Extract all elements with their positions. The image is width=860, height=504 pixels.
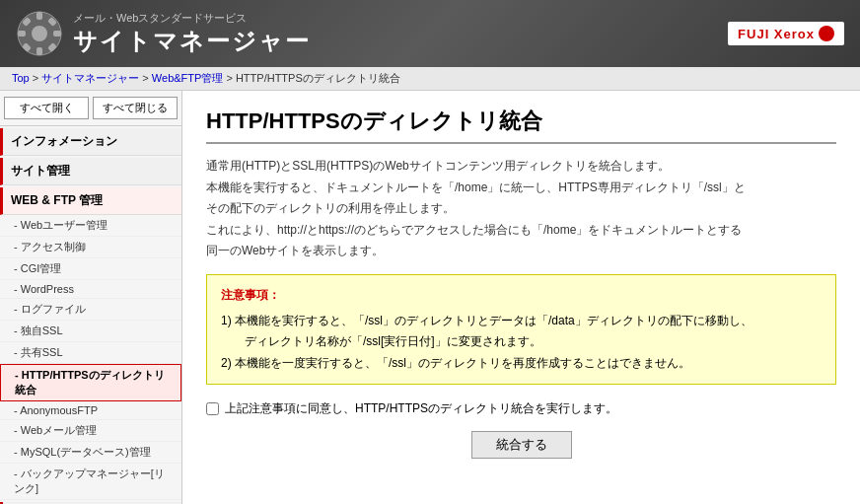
- action-row: 統合する: [206, 431, 836, 459]
- notice-line-3: 2) 本機能を一度実行すると、「/ssl」のディレクトリを再度作成することはでき…: [221, 353, 822, 375]
- sidebar-item-backup[interactable]: バックアップマネージャー[リンク]: [0, 464, 181, 500]
- description: 通常用(HTTP)とSSL用(HTTPS)のWebサイトコンテンツ用ディレクトリ…: [206, 156, 836, 262]
- sidebar-section-web-ftp[interactable]: WEB & FTP 管理: [0, 187, 181, 215]
- desc-line-3: その配下のディレクトリの利用を停止します。: [206, 201, 455, 215]
- breadcrumb-web-ftp[interactable]: Web&FTP管理: [152, 72, 224, 84]
- sidebar-section-site[interactable]: サイト管理: [0, 158, 181, 185]
- breadcrumb-top[interactable]: Top: [12, 72, 30, 84]
- agree-checkbox[interactable]: [206, 402, 219, 415]
- sidebar-item-mysql[interactable]: MySQL(データベース)管理: [0, 442, 181, 464]
- sidebar-item-anonymous-ftp[interactable]: AnonymousFTP: [0, 401, 181, 420]
- header-title-block: メール・Webスタンダードサービス サイトマネージャー: [73, 11, 311, 57]
- notice-title: 注意事項：: [221, 285, 822, 307]
- sidebar-item-access-control[interactable]: アクセス制御: [0, 237, 181, 258]
- breadcrumb-current: HTTP/HTTPSのディレクトリ統合: [236, 72, 400, 84]
- sidebar-item-logfile[interactable]: ログファイル: [0, 299, 181, 321]
- sidebar-item-custom-ssl[interactable]: 独自SSL: [0, 321, 181, 342]
- breadcrumb-site-manager[interactable]: サイトマネージャー: [41, 72, 139, 84]
- svg-rect-4: [18, 31, 26, 36]
- sidebar-controls: すべて開く すべて閉じる: [0, 91, 181, 126]
- sidebar-item-webmail[interactable]: Webメール管理: [0, 420, 181, 442]
- fuji-dot: [819, 26, 834, 41]
- sidebar-item-shared-ssl[interactable]: 共有SSL: [0, 342, 181, 364]
- fuji-xerox-logo: FUJI Xerox: [728, 22, 844, 45]
- sidebar-item-wordpress[interactable]: WordPress: [0, 280, 181, 299]
- sidebar-section-information[interactable]: インフォメーション: [0, 128, 181, 156]
- header-subtitle: メール・Webスタンダードサービス: [73, 11, 311, 26]
- breadcrumb-sep3: >: [226, 72, 235, 84]
- notice-line-1: 1) 本機能を実行すると、「/ssl」のディレクトリとデータは「/data」ディ…: [221, 311, 822, 332]
- gear-icon: [16, 10, 63, 57]
- page-title: HTTP/HTTPSのディレクトリ統合: [206, 107, 836, 144]
- header-left: メール・Webスタンダードサービス サイトマネージャー: [16, 10, 311, 57]
- fuji-xerox-text: FUJI Xerox: [738, 27, 815, 41]
- submit-button[interactable]: 統合する: [471, 431, 572, 459]
- desc-line-1: 通常用(HTTP)とSSL用(HTTPS)のWebサイトコンテンツ用ディレクトリ…: [206, 159, 670, 173]
- desc-line-2: 本機能を実行すると、ドキュメントルートを「/home」に統一し、HTTPS専用デ…: [206, 180, 746, 194]
- sidebar-item-http-https[interactable]: HTTP/HTTPSのディレクトリ統合: [0, 364, 181, 401]
- svg-rect-2: [36, 12, 42, 20]
- svg-rect-5: [53, 31, 61, 36]
- expand-all-button[interactable]: すべて開く: [4, 97, 89, 119]
- content-area: HTTP/HTTPSのディレクトリ統合 通常用(HTTP)とSSL用(HTTPS…: [182, 91, 860, 504]
- sidebar-item-web-user[interactable]: Webユーザー管理: [0, 215, 181, 237]
- agree-row: 上記注意事項に同意し、HTTP/HTTPSのディレクトリ統合を実行します。: [206, 400, 836, 417]
- notice-box: 注意事項： 1) 本機能を実行すると、「/ssl」のディレクトリとデータは「/d…: [206, 274, 836, 385]
- main-layout: すべて開く すべて閉じる インフォメーション サイト管理 WEB & FTP 管…: [0, 91, 860, 504]
- breadcrumb-sep1: >: [33, 72, 41, 84]
- desc-line-4: これにより、http://とhttps://のどちらでアクセスした場合にも「/h…: [206, 223, 742, 237]
- notice-line-2: ディレクトリ名称が「/ssl[実行日付]」に変更されます。: [221, 331, 822, 353]
- breadcrumb: Top > サイトマネージャー > Web&FTP管理 > HTTP/HTTPS…: [0, 67, 860, 91]
- header-title: サイトマネージャー: [73, 26, 311, 57]
- header: メール・Webスタンダードサービス サイトマネージャー FUJI Xerox: [0, 0, 860, 67]
- sidebar: すべて開く すべて閉じる インフォメーション サイト管理 WEB & FTP 管…: [0, 91, 182, 504]
- sidebar-item-cgi[interactable]: CGI管理: [0, 258, 181, 280]
- svg-rect-3: [36, 47, 42, 55]
- desc-line-5: 同一のWebサイトを表示します。: [206, 244, 384, 257]
- breadcrumb-sep2: >: [142, 72, 151, 84]
- agree-label[interactable]: 上記注意事項に同意し、HTTP/HTTPSのディレクトリ統合を実行します。: [225, 400, 617, 417]
- svg-point-1: [32, 26, 47, 41]
- collapse-all-button[interactable]: すべて閉じる: [93, 97, 178, 119]
